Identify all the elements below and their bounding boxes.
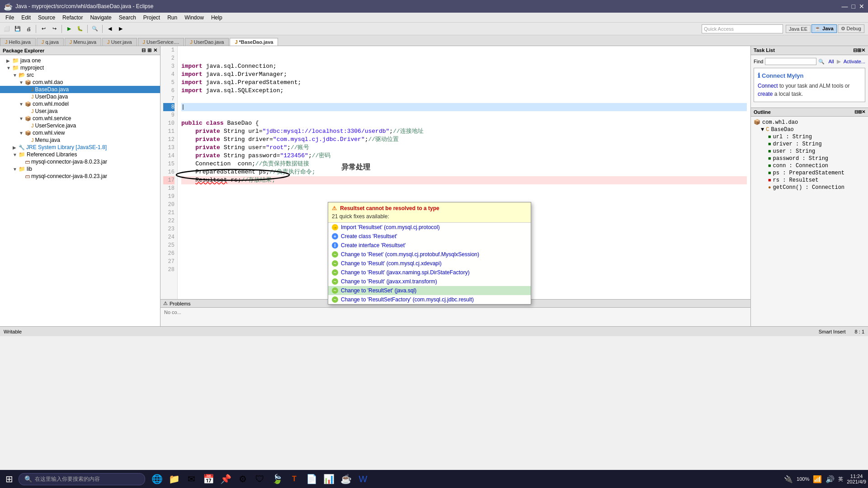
maximize-button[interactable]: □	[852, 3, 855, 10]
tab-userservice-java[interactable]: J UserService....	[138, 38, 184, 46]
perspective-debug[interactable]: ⚙ Debug	[838, 24, 864, 33]
quick-fix-item-5[interactable]: ~ Change to 'Result' (com.mysql.cj.xdeva…	[328, 259, 531, 268]
taskbar-mail[interactable]: ✉	[183, 471, 199, 487]
outline-item-ps[interactable]: ■ ps : PreparedStatement	[754, 169, 865, 177]
close-button[interactable]: ✕	[859, 3, 864, 10]
run-button[interactable]: ▶	[64, 24, 74, 34]
all-label[interactable]: All	[828, 59, 834, 64]
tab-user-java[interactable]: J User.java	[102, 38, 137, 46]
outline-item-driver[interactable]: ■ driver : String	[754, 141, 865, 148]
minimize-button[interactable]: —	[842, 3, 848, 10]
windows-search-box[interactable]: 🔍 在这里输入你要搜索的内容	[19, 473, 145, 485]
activate-label[interactable]: Activate...	[844, 59, 865, 64]
clock[interactable]: 11:24 2021/4/9	[847, 474, 866, 484]
quick-fix-item-7[interactable]: ~ Change to 'Result' (javax.xml.transfor…	[328, 277, 531, 286]
create-link[interactable]: create	[758, 91, 773, 97]
tree-item-userdao[interactable]: J UserDao.java	[0, 93, 160, 100]
menu-edit[interactable]: Edit	[18, 14, 34, 22]
perspective-java[interactable]: ☕ Java	[811, 24, 837, 33]
maximize-panel-icon[interactable]: ⊞	[147, 47, 151, 53]
taskbar-edge[interactable]: 🌐	[149, 471, 165, 487]
tree-item-user-model[interactable]: J User.java	[0, 108, 160, 115]
taskbar-text[interactable]: T	[286, 471, 302, 487]
tree-item-myproject[interactable]: ▼ 📁 myproject	[0, 64, 160, 71]
quick-access-input[interactable]: Quick Access	[702, 24, 783, 33]
outline-item-conn[interactable]: ■ conn : Connection	[754, 162, 865, 169]
outline-item-getconn[interactable]: ● getConn() : Connection	[754, 184, 865, 191]
tree-item-javaone[interactable]: ▶ 📁 java one	[0, 57, 160, 64]
close-panel-icon[interactable]: ✕	[153, 47, 157, 53]
perspective-java-ee[interactable]: Java EE	[786, 25, 811, 33]
menu-refactor[interactable]: Refactor	[59, 14, 86, 22]
connect-link[interactable]: Connect	[758, 83, 778, 89]
menu-project[interactable]: Project	[140, 14, 164, 22]
package-explorer-panel: Package Explorer ⊟ ⊞ ✕ ▶ 📁 java one ▼ 📁 …	[0, 46, 160, 326]
print-button[interactable]: 🖨	[24, 24, 33, 34]
menu-run[interactable]: Run	[164, 14, 181, 22]
taskbar-leaf[interactable]: 🍃	[269, 471, 285, 487]
quick-fix-item-2[interactable]: + Create class 'Resultset'	[328, 232, 531, 241]
taskbar-app-green[interactable]: 📊	[321, 471, 337, 487]
tree-label: JRE System Library [JavaSE-1.8]	[26, 144, 107, 150]
new-button[interactable]: ⬜	[2, 24, 12, 34]
tree-item-jre[interactable]: ▶ 🔧 JRE System Library [JavaSE-1.8]	[0, 144, 160, 151]
tab-userdao-java[interactable]: J UserDao.java	[185, 38, 229, 46]
outline-item-url[interactable]: ■ url : String	[754, 133, 865, 141]
outline-item-user[interactable]: ■ user : String	[754, 148, 865, 155]
task-list-search-input[interactable]	[765, 58, 816, 65]
tree-item-ref-libs[interactable]: ▼ 📁 Referenced Libraries	[0, 151, 160, 158]
outline-item-rs[interactable]: ■ rs : Resultset	[754, 177, 865, 184]
tree-item-mysql-jar-2[interactable]: 🗃 mysql-connector-java-8.0.23.jar	[0, 173, 160, 180]
connect-mylyn-box: ℹ Connect Mylyn Connect to your task and…	[754, 68, 865, 102]
outline-item-package[interactable]: 📦 com.whl.dao	[754, 118, 865, 126]
taskbar-explorer[interactable]: 📁	[166, 471, 182, 487]
tree-item-basedao[interactable]: J BaseDao.java	[0, 86, 160, 93]
java-file-icon: J	[31, 108, 34, 114]
forward-button[interactable]: ▶	[116, 24, 126, 34]
menu-window[interactable]: Window	[181, 14, 208, 22]
tree-item-com-whl-model[interactable]: ▼ 📦 com.whl.model	[0, 100, 160, 108]
outline-item-basedao-class[interactable]: ▼ C BaseDao	[754, 126, 865, 133]
tab-hello-java[interactable]: J Hello.java	[0, 38, 36, 46]
tree-item-lib[interactable]: ▼ 📁 lib	[0, 165, 160, 173]
quick-fix-item-4[interactable]: ~ Change to 'Reset' (com.mysql.cj.protob…	[328, 250, 531, 259]
windows-start-button[interactable]: ⊞	[2, 472, 17, 486]
tree-item-menu[interactable]: J Menu.java	[0, 136, 160, 144]
tree-item-src[interactable]: ▼ 📂 src	[0, 71, 160, 79]
quick-fix-item-6[interactable]: ~ Change to 'Result' (javax.naming.spi.D…	[328, 268, 531, 277]
taskbar-word[interactable]: W	[355, 471, 371, 487]
task-list-search-icon[interactable]: 🔍	[818, 59, 825, 65]
menu-source[interactable]: Source	[34, 14, 59, 22]
taskbar-shield[interactable]: 🛡	[252, 471, 268, 487]
menu-file[interactable]: File	[2, 14, 18, 22]
quick-fix-item-3[interactable]: I Create interface 'Resultset'	[328, 241, 531, 250]
taskbar-settings[interactable]: ⚙	[235, 471, 251, 487]
tab-basedao-java[interactable]: J *BaseDao.java	[230, 38, 278, 46]
taskbar-eclipse[interactable]: ☕	[338, 471, 354, 487]
quick-fix-item-9[interactable]: ~ Change to 'ResultSetFactory' (com.mysq…	[328, 295, 531, 304]
tree-item-userservice[interactable]: J UserService.java	[0, 122, 160, 129]
redo-button[interactable]: ↪	[49, 24, 59, 34]
tree-item-com-whl-view[interactable]: ▼ 📦 com.whl.view	[0, 129, 160, 136]
menu-help[interactable]: Help	[208, 14, 226, 22]
minimize-panel-icon[interactable]: ⊟	[142, 47, 146, 53]
tree-item-com-whl-service[interactable]: ▼ 📦 com.whl.service	[0, 115, 160, 122]
quick-fix-item-8[interactable]: ~ Change to 'ResultSet' (java.sql)	[328, 286, 531, 295]
save-button[interactable]: 💾	[13, 24, 23, 34]
menu-search[interactable]: Search	[115, 14, 140, 22]
tab-menu-java[interactable]: J Menu.java	[65, 38, 101, 46]
window-controls[interactable]: — □ ✕	[842, 3, 864, 10]
taskbar-sticky[interactable]: 📌	[217, 471, 234, 487]
taskbar-calendar[interactable]: 📅	[200, 471, 217, 487]
debug-button[interactable]: 🐛	[75, 24, 85, 34]
quick-fix-item-1[interactable]: → Import 'Resultset' (com.mysql.cj.proto…	[328, 223, 531, 232]
taskbar-pdf[interactable]: 📄	[303, 471, 320, 487]
tree-item-mysql-jar-1[interactable]: 🗃 mysql-connector-java-8.0.23.jar	[0, 158, 160, 165]
tree-item-com-whl-dao[interactable]: ▼ 📦 com.whl.dao	[0, 79, 160, 86]
outline-item-password[interactable]: ■ password : String	[754, 155, 865, 162]
tab-q-java[interactable]: J q.java	[37, 38, 64, 46]
undo-button[interactable]: ↩	[38, 24, 48, 34]
back-button[interactable]: ◀	[105, 24, 115, 34]
search-button[interactable]: 🔍	[90, 24, 100, 34]
menu-navigate[interactable]: Navigate	[86, 14, 115, 22]
